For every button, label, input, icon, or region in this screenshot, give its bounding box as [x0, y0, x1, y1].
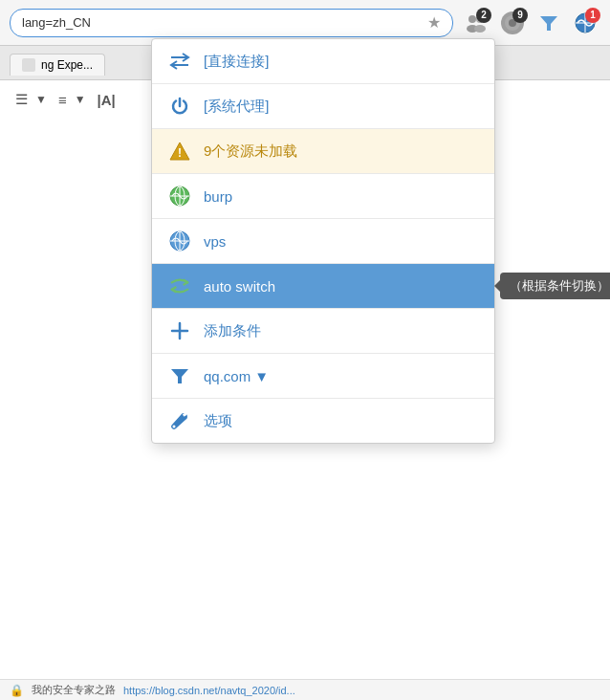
list-icon[interactable]: ☰ — [15, 91, 28, 108]
browser-tab[interactable]: ng Expe... — [10, 54, 105, 76]
switchyomega-button[interactable]: 9 — [497, 8, 528, 38]
svg-point-3 — [474, 25, 486, 33]
status-bar: 🔒 我的安全专家之路 https://blog.csdn.net/navtq_2… — [0, 679, 610, 700]
text-ai-icon[interactable]: |A| — [98, 92, 116, 108]
globe-flag-button[interactable]: 1 — [570, 8, 600, 38]
status-text: 我的安全专家之路 — [32, 683, 116, 697]
warning-icon: ! — [169, 141, 190, 162]
menu-item-system-label: [系统代理] — [204, 98, 269, 116]
wrench-icon — [169, 410, 190, 431]
menu-item-autoswitch-label: auto switch — [204, 278, 275, 295]
autoswitch-icon — [169, 275, 190, 296]
filter-extension-icon — [538, 12, 559, 33]
svg-text:!: ! — [178, 146, 182, 160]
svg-marker-25 — [171, 369, 188, 383]
menu-item-addcondition[interactable]: 添加条件 — [152, 309, 494, 354]
plus-icon — [169, 320, 190, 341]
burp-globe-icon — [169, 186, 190, 207]
proxy-icon-button[interactable]: 2 — [461, 8, 491, 38]
address-bar[interactable]: lang=zh_CN ★ — [10, 9, 453, 37]
proxy-badge: 2 — [476, 8, 491, 23]
globe-badge: 1 — [585, 8, 600, 23]
menu-item-autoswitch[interactable]: auto switch （根据条件切换） — [152, 264, 494, 309]
menu-item-filter-label: qq.com ▼ — [204, 368, 269, 384]
menu-item-filter[interactable]: qq.com ▼ — [152, 354, 494, 399]
menu-item-vps[interactable]: vps — [152, 219, 494, 264]
svg-point-26 — [173, 426, 176, 428]
status-icon: 🔒 — [10, 684, 24, 697]
menu-item-options-label: 选项 — [204, 412, 232, 430]
menu-item-vps-label: vps — [204, 233, 226, 250]
menu-item-system[interactable]: [系统代理] — [152, 84, 494, 129]
filter-funnel-icon — [169, 365, 190, 386]
svg-point-0 — [468, 15, 476, 23]
menu-item-direct[interactable]: [直接连接] — [152, 39, 494, 84]
tab-label: ng Expe... — [41, 58, 93, 72]
filter-extension-button[interactable] — [534, 8, 564, 38]
svg-marker-7 — [540, 16, 557, 31]
tab-favicon — [22, 58, 35, 72]
address-text: lang=zh_CN — [22, 15, 422, 30]
vps-globe-icon — [169, 230, 190, 252]
indent-dropdown-icon: ▼ — [75, 93, 86, 106]
browser-extension-icons: 2 9 1 — [461, 8, 600, 38]
dropdown-arrow-icon: ▼ — [35, 93, 47, 106]
power-icon — [169, 96, 190, 117]
menu-item-warning-label: 9个资源未加载 — [204, 142, 297, 161]
indent-icon[interactable]: ≡ — [58, 92, 67, 108]
status-url: https://blog.csdn.net/navtq_2020/id... — [123, 685, 295, 696]
menu-item-warning[interactable]: ! 9个资源未加载 — [152, 129, 494, 174]
bookmark-icon[interactable]: ★ — [427, 13, 441, 32]
arrows-icon — [169, 51, 190, 72]
menu-item-burp[interactable]: burp — [152, 174, 494, 219]
proxy-dropdown-menu: [直接连接] [系统代理] ! 9个资源未加载 — [151, 38, 495, 444]
switchy-badge: 9 — [512, 8, 528, 23]
menu-item-direct-label: [直接连接] — [204, 53, 269, 71]
menu-item-options[interactable]: 选项 — [152, 399, 494, 443]
autoswitch-tooltip: （根据条件切换） — [500, 273, 610, 299]
menu-item-addcondition-label: 添加条件 — [204, 322, 261, 340]
menu-item-burp-label: burp — [204, 188, 232, 205]
